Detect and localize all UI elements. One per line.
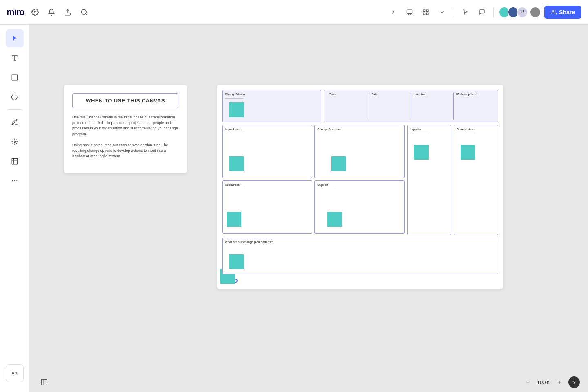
importance-cell: Importance _______________ xyxy=(222,125,312,178)
svg-rect-7 xyxy=(423,13,425,15)
workshop-sub: Workshop Lead xyxy=(453,93,495,120)
svg-point-2 xyxy=(81,9,86,14)
teal-box-risks xyxy=(461,145,475,160)
team-sub: Team xyxy=(327,93,368,120)
svg-rect-5 xyxy=(423,10,425,12)
resources-label: Resources xyxy=(225,183,309,186)
change-risks-label: Change risks xyxy=(457,128,495,131)
separator2 xyxy=(493,7,494,17)
change-options-label: What are our change plan options? xyxy=(225,241,495,243)
miro-logo: miro xyxy=(7,7,24,18)
support-cell: Support _______________ xyxy=(314,180,404,234)
mid-bottom-row: Resources _______________ Support ______… xyxy=(222,180,405,234)
share-button[interactable]: Share xyxy=(544,6,581,19)
chevron-right-icon[interactable] xyxy=(387,6,400,19)
workshop-label: Workshop Lead xyxy=(456,93,493,96)
left-group: Importance _______________ Change Succes… xyxy=(222,125,405,235)
sidebar-separator xyxy=(8,109,21,110)
avatar-count: 12 xyxy=(517,7,528,18)
svg-line-3 xyxy=(85,13,87,15)
sticky-tool[interactable] xyxy=(6,69,24,87)
separator xyxy=(454,7,454,17)
support-sub: _______________ xyxy=(317,187,401,189)
importance-label: Importance xyxy=(225,128,309,131)
bottombar-left xyxy=(38,376,51,389)
dropdown-icon[interactable] xyxy=(436,6,449,19)
svg-rect-6 xyxy=(426,10,428,12)
teal-box-success xyxy=(331,156,346,171)
vision-cell: Change Vision _______________ xyxy=(222,90,321,122)
svg-rect-8 xyxy=(426,13,428,15)
card-body: Use this Change Canvas in the initial ph… xyxy=(72,115,178,159)
canvas-bottom-row: What are our change plan options? xyxy=(222,238,498,274)
importance-sub: _______________ xyxy=(225,131,309,134)
teal-box-resources xyxy=(227,212,241,227)
mid-top-row: Importance _______________ Change Succes… xyxy=(222,125,405,178)
comment-icon[interactable] xyxy=(475,6,488,19)
notifications-icon[interactable] xyxy=(46,7,57,18)
date-label: Date xyxy=(372,93,408,96)
zoom-level: 100% xyxy=(537,379,550,385)
impacts-label: Impacts xyxy=(410,128,449,131)
more-tools[interactable] xyxy=(6,172,24,190)
change-canvas: Change Vision _______________ Team Date … xyxy=(217,85,503,289)
brand-label: LEVO xyxy=(222,278,498,284)
present-icon[interactable] xyxy=(403,6,416,19)
topbar-right: 12 Share xyxy=(387,6,581,19)
card-title-box: WHEN TO USE THIS CANVAS xyxy=(72,93,178,108)
undo-button[interactable] xyxy=(6,364,24,382)
panel-toggle[interactable] xyxy=(38,376,51,389)
view-icon[interactable] xyxy=(419,6,432,19)
upload-icon[interactable] xyxy=(62,7,74,18)
zoom-plus-button[interactable]: + xyxy=(554,376,565,388)
resources-sub: _______________ xyxy=(225,187,309,189)
location-label: Location xyxy=(414,93,450,96)
shapes-tool[interactable] xyxy=(6,133,24,151)
help-button[interactable]: ? xyxy=(568,376,580,388)
collaborators: 12 xyxy=(499,7,541,18)
teal-box-support xyxy=(327,212,342,227)
pen-tool[interactable] xyxy=(6,113,24,131)
change-success-sub: _______________ xyxy=(317,131,401,134)
cursor-tool[interactable] xyxy=(6,29,24,47)
avatar-group: 12 xyxy=(499,7,541,18)
topbar: miro xyxy=(0,0,588,24)
teal-box-importance xyxy=(229,156,244,171)
team-label: Team xyxy=(329,93,366,96)
svg-rect-12 xyxy=(12,75,18,80)
change-risks-cell: Change risks _______________ xyxy=(454,125,498,235)
svg-point-9 xyxy=(552,10,554,12)
settings-icon[interactable] xyxy=(29,7,41,18)
cursor-icon[interactable] xyxy=(459,6,472,19)
sidebar xyxy=(0,24,29,392)
left-card: WHEN TO USE THIS CANVAS Use this Change … xyxy=(64,85,187,173)
search-icon[interactable] xyxy=(78,7,90,18)
date-sub: Date xyxy=(369,93,411,120)
sidebar-bottom xyxy=(6,364,24,387)
svg-point-13 xyxy=(14,141,15,143)
teal-box-vision xyxy=(229,102,244,117)
zoom-controls: − 100% + ? xyxy=(522,376,580,388)
svg-point-17 xyxy=(12,180,13,181)
svg-point-18 xyxy=(14,180,15,181)
zoom-minus-button[interactable]: − xyxy=(522,376,534,388)
svg-rect-20 xyxy=(41,379,47,385)
info-cell: Team Date Location Workshop Lead xyxy=(324,90,498,122)
location-sub: Location xyxy=(411,93,453,120)
bottombar: − 100% + ? xyxy=(29,372,588,392)
canvas-area: WHEN TO USE THIS CANVAS Use this Change … xyxy=(29,24,588,392)
teal-box-options xyxy=(229,254,244,269)
frame-tool[interactable] xyxy=(6,152,24,170)
support-label: Support xyxy=(317,183,401,186)
lasso-tool[interactable] xyxy=(6,88,24,106)
change-options-cell: What are our change plan options? xyxy=(222,238,498,274)
right-group: Impacts _______________ Change risks ___… xyxy=(407,125,498,235)
svg-rect-14 xyxy=(12,158,18,164)
impacts-sub: _______________ xyxy=(410,131,449,134)
canvas-mid-section: Importance _______________ Change Succes… xyxy=(222,125,498,235)
card-para1: Use this Change Canvas in the initial ph… xyxy=(72,115,178,137)
text-tool[interactable] xyxy=(6,49,24,67)
resources-cell: Resources _______________ xyxy=(222,180,312,234)
svg-rect-4 xyxy=(407,10,412,13)
svg-point-0 xyxy=(34,11,36,13)
